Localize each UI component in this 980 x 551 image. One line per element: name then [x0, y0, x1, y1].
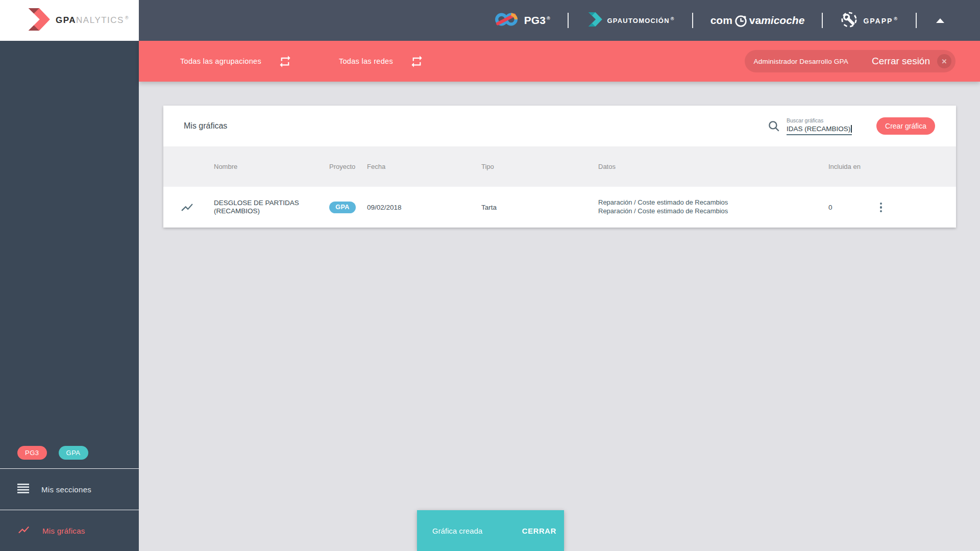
search-input-label: Buscar gráficas	[787, 117, 852, 123]
main-area: PG3® GPAUTOMOCIÓN® com	[139, 0, 980, 551]
search-input-value[interactable]: IDAS (RECAMBIOS)	[787, 125, 852, 135]
col-proyecto: Proyecto	[329, 163, 367, 170]
clock-icon	[734, 14, 748, 28]
col-nombre: Nombre	[214, 163, 329, 170]
page-title: Mis gráficas	[184, 121, 227, 131]
automocion-arrow-icon	[586, 12, 602, 29]
redes-selector[interactable]: Todas las redes	[339, 55, 424, 68]
agrupaciones-selector[interactable]: Todas las agrupaciones	[180, 55, 292, 68]
text-caret	[851, 125, 852, 133]
gpapp-logo[interactable]: GPAPP®	[840, 11, 898, 31]
topbar-divider	[822, 13, 823, 28]
app-window: GPANALYTICS® PG3 GPA Mis secciones	[0, 0, 980, 551]
redes-label: Todas las redes	[339, 57, 393, 65]
gpautomocion-label: GPAUTOMOCIÓN®	[607, 16, 675, 24]
row-type: Tarta	[481, 204, 598, 211]
gpa-arrow-logo-icon	[24, 8, 50, 33]
pg3-infinity-icon	[495, 11, 518, 30]
pg3-label: PG3®	[524, 14, 550, 27]
project-badge: GPA	[329, 202, 356, 213]
user-name: Administrador Desarrollo GPA	[754, 58, 848, 65]
sidebar-item-mis-secciones[interactable]: Mis secciones	[0, 469, 139, 510]
col-datos: Datos	[598, 163, 828, 170]
sidebar-item-label: Mis secciones	[41, 485, 91, 494]
table-header: Nombre Proyecto Fecha Tipo Datos Incluid…	[163, 146, 956, 187]
agrupaciones-label: Todas las agrupaciones	[180, 57, 261, 65]
search-icon[interactable]	[767, 119, 780, 133]
row-date: 09/02/2018	[367, 204, 481, 211]
wrench-circle-icon	[840, 11, 858, 31]
card-header: Mis gráficas Buscar gráficas IDAS (RECAM…	[163, 106, 956, 146]
topbar-divider	[916, 13, 917, 28]
close-circle-icon[interactable]: ✕	[937, 54, 951, 68]
repeat-icon[interactable]	[278, 55, 292, 68]
comprovamicoche-label2: vamicoche	[749, 14, 805, 27]
menu-icon	[17, 484, 29, 495]
toast-close-button[interactable]: CERRAR	[522, 527, 556, 535]
row-data: Reparación / Coste estimado de Recambios…	[598, 198, 828, 216]
topbar-divider	[692, 13, 693, 28]
col-incluida-en: Incluida en	[828, 163, 873, 170]
comprovamicoche-logo[interactable]: com vamicoche	[710, 14, 805, 28]
comprovamicoche-label: com	[710, 14, 732, 27]
badge-gpa[interactable]: GPA	[59, 446, 88, 460]
row-included-in: 0	[828, 204, 873, 211]
line-chart-icon	[17, 523, 30, 538]
top-bar: PG3® GPAUTOMOCIÓN® com	[139, 0, 980, 41]
row-chart-icon	[163, 201, 214, 214]
topbar-divider	[568, 13, 569, 28]
badge-pg3[interactable]: PG3	[17, 446, 47, 460]
toast-notification: Gráfica creada CERRAR	[417, 510, 564, 551]
sidebar: GPANALYTICS® PG3 GPA Mis secciones	[0, 0, 139, 551]
search-area: Buscar gráficas IDAS (RECAMBIOS) Crear g…	[767, 117, 935, 135]
repeat-icon[interactable]	[410, 55, 424, 68]
gpa-analytics-wordmark: GPANALYTICS®	[56, 15, 129, 26]
pg3-logo[interactable]: PG3®	[495, 11, 550, 30]
sidebar-item-label: Mis gráficas	[42, 527, 85, 535]
sidebar-badges: PG3 GPA	[0, 437, 139, 468]
toast-message: Gráfica creada	[432, 527, 482, 535]
col-fecha: Fecha	[367, 163, 481, 170]
user-session-pill: Administrador Desarrollo GPA Cerrar sesi…	[745, 50, 955, 72]
sidebar-item-mis-graficas[interactable]: Mis gráficas	[0, 510, 139, 551]
kebab-menu-icon[interactable]	[876, 202, 886, 213]
table-row[interactable]: DESGLOSE DE PARTIDAS (RECAMBIOS) GPA 09/…	[163, 187, 956, 228]
col-tipo: Tipo	[481, 163, 598, 170]
mis-graficas-card: Mis gráficas Buscar gráficas IDAS (RECAM…	[163, 106, 956, 228]
filter-bar: Todas las agrupaciones Todas las redes A…	[139, 41, 980, 82]
logout-button[interactable]: Cerrar sesión	[872, 56, 930, 67]
row-name: DESGLOSE DE PARTIDAS (RECAMBIOS)	[214, 199, 329, 215]
row-project: GPA	[329, 202, 367, 213]
search-input[interactable]: Buscar gráficas IDAS (RECAMBIOS)	[787, 117, 852, 135]
collapse-up-icon[interactable]	[936, 18, 944, 23]
content-area: Mis gráficas Buscar gráficas IDAS (RECAM…	[139, 82, 980, 551]
gpautomocion-logo[interactable]: GPAUTOMOCIÓN®	[586, 12, 675, 29]
gpapp-label: GPAPP®	[863, 16, 898, 25]
gpa-analytics-logo: GPANALYTICS®	[0, 0, 139, 41]
create-chart-button[interactable]: Crear gráfica	[876, 117, 935, 135]
